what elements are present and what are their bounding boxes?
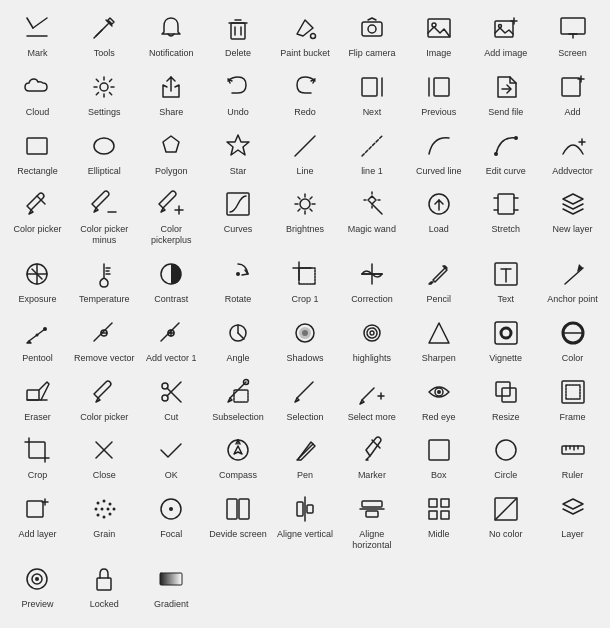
- icon-curved-line[interactable]: Curved line: [405, 122, 472, 181]
- frame-label: Frame: [560, 412, 586, 423]
- icon-circle[interactable]: Circle: [472, 426, 539, 485]
- icon-stretch[interactable]: Stretch: [472, 180, 539, 250]
- temperature-label: Temperature: [79, 294, 130, 305]
- icon-shadows[interactable]: Shadows: [272, 309, 339, 368]
- icon-color-picker2[interactable]: Color picker: [71, 368, 138, 427]
- icon-undo[interactable]: Undo: [205, 63, 272, 122]
- icon-anchor-point[interactable]: Anchor point: [539, 250, 606, 309]
- icon-subselection[interactable]: Subselection: [205, 368, 272, 427]
- icon-remove-vector[interactable]: Remove vector: [71, 309, 138, 368]
- icon-add-image[interactable]: Add image: [472, 4, 539, 63]
- icon-exposure[interactable]: Exposure: [4, 250, 71, 309]
- icon-pentool[interactable]: Pentool: [4, 309, 71, 368]
- icon-aligne-horizontal[interactable]: Aligne horizontal: [338, 485, 405, 555]
- add-label: Add: [565, 107, 581, 118]
- icon-notification[interactable]: Notification: [138, 4, 205, 63]
- icon-settings[interactable]: Settings: [71, 63, 138, 122]
- icon-red-eye[interactable]: Red eye: [405, 368, 472, 427]
- icon-rectangle[interactable]: Rectangle: [4, 122, 71, 181]
- icon-cloud[interactable]: Cloud: [4, 63, 71, 122]
- icon-tools[interactable]: Tools: [71, 4, 138, 63]
- icon-send-file[interactable]: Send file: [472, 63, 539, 122]
- curves-icon: [220, 186, 256, 222]
- icon-locked[interactable]: Locked: [71, 555, 138, 614]
- icon-new-layer[interactable]: New layer: [539, 180, 606, 250]
- icon-box[interactable]: Box: [405, 426, 472, 485]
- icon-color-picker-minus[interactable]: Color picker minus: [71, 180, 138, 250]
- icon-resize[interactable]: Resize: [472, 368, 539, 427]
- icon-crop[interactable]: Crop: [4, 426, 71, 485]
- icon-flip-camera[interactable]: Flip camera: [338, 4, 405, 63]
- icon-midle[interactable]: Midle: [405, 485, 472, 555]
- svg-line-0: [27, 18, 33, 28]
- icon-screen[interactable]: Screen: [539, 4, 606, 63]
- icon-magic-wand[interactable]: Magic wand: [338, 180, 405, 250]
- icon-grain[interactable]: Grain: [71, 485, 138, 555]
- icon-line1[interactable]: line 1: [338, 122, 405, 181]
- icon-edit-curve[interactable]: Edit curve: [472, 122, 539, 181]
- icon-polygon[interactable]: Polygon: [138, 122, 205, 181]
- icon-rotate[interactable]: Rotate: [205, 250, 272, 309]
- icon-devide-screen[interactable]: Devide screen: [205, 485, 272, 555]
- icon-angle[interactable]: Angle: [205, 309, 272, 368]
- icon-previous[interactable]: Previous: [405, 63, 472, 122]
- svg-rect-165: [441, 511, 449, 519]
- icon-add[interactable]: Add: [539, 63, 606, 122]
- shadows-label: Shadows: [286, 353, 323, 364]
- cloud-label: Cloud: [26, 107, 50, 118]
- icon-mark[interactable]: Mark: [4, 4, 71, 63]
- icon-ruler[interactable]: Ruler: [539, 426, 606, 485]
- icon-focal[interactable]: Focal: [138, 485, 205, 555]
- icon-crop1[interactable]: Crop 1: [272, 250, 339, 309]
- icon-color-pickerplus[interactable]: Color pickerplus: [138, 180, 205, 250]
- icon-preview[interactable]: Preview: [4, 555, 71, 614]
- icon-close[interactable]: Close: [71, 426, 138, 485]
- icon-gradient[interactable]: Gradient: [138, 555, 205, 614]
- icon-delete[interactable]: Delete: [205, 4, 272, 63]
- icon-load[interactable]: Load: [405, 180, 472, 250]
- svg-point-10: [368, 25, 376, 33]
- icon-text[interactable]: Text: [472, 250, 539, 309]
- icon-eraser[interactable]: Eraser: [4, 368, 71, 427]
- icon-paint-bucket[interactable]: Paint bucket: [272, 4, 339, 63]
- svg-rect-13: [495, 21, 513, 37]
- icon-contrast[interactable]: Contrast: [138, 250, 205, 309]
- icon-brightnes[interactable]: Brightnes: [272, 180, 339, 250]
- icon-aligne-vertical[interactable]: Aligne vertical: [272, 485, 339, 555]
- svg-marker-32: [163, 136, 179, 152]
- icon-ok[interactable]: OK: [138, 426, 205, 485]
- icon-sharpen[interactable]: Sharpen: [405, 309, 472, 368]
- icon-next[interactable]: Next: [338, 63, 405, 122]
- color-picker-minus-label: Color picker minus: [73, 224, 136, 246]
- icon-pencil[interactable]: Pencil: [405, 250, 472, 309]
- icon-frame[interactable]: Frame: [539, 368, 606, 427]
- svg-line-167: [495, 498, 517, 520]
- icon-line[interactable]: Line: [272, 122, 339, 181]
- icon-addvector[interactable]: Addvector: [539, 122, 606, 181]
- mark-icon: [19, 10, 55, 46]
- icon-marker[interactable]: Marker: [338, 426, 405, 485]
- icon-redo[interactable]: Redo: [272, 63, 339, 122]
- icon-elliptical[interactable]: Elliptical: [71, 122, 138, 181]
- icon-color[interactable]: Color: [539, 309, 606, 368]
- icon-pen[interactable]: Pen: [272, 426, 339, 485]
- icon-correction[interactable]: Correction: [338, 250, 405, 309]
- icon-temperature[interactable]: Temperature: [71, 250, 138, 309]
- icon-add-layer[interactable]: Add layer: [4, 485, 71, 555]
- icon-add-vector1[interactable]: Add vector 1: [138, 309, 205, 368]
- icon-curves[interactable]: Curves: [205, 180, 272, 250]
- icon-no-color[interactable]: No color: [472, 485, 539, 555]
- icon-select-more[interactable]: Select more: [338, 368, 405, 427]
- icon-compass[interactable]: Compass: [205, 426, 272, 485]
- icon-image[interactable]: Image: [405, 4, 472, 63]
- close-icon: [86, 432, 122, 468]
- icon-star[interactable]: Star: [205, 122, 272, 181]
- icon-color-picker[interactable]: Color picker: [4, 180, 71, 250]
- icon-cut[interactable]: Cut: [138, 368, 205, 427]
- icon-share[interactable]: Share: [138, 63, 205, 122]
- icon-layer[interactable]: Layer: [539, 485, 606, 555]
- icon-vignette[interactable]: Vignette: [472, 309, 539, 368]
- icon-highlights[interactable]: highlights: [338, 309, 405, 368]
- svg-point-142: [97, 502, 100, 505]
- icon-selection[interactable]: Selection: [272, 368, 339, 427]
